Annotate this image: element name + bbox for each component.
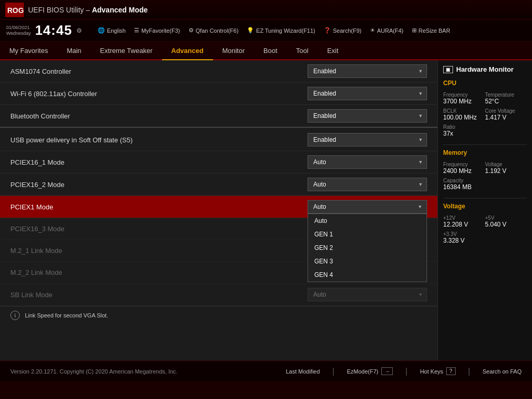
- dropdown-asm1074[interactable]: Enabled Disabled: [308, 64, 427, 78]
- hw-mem-freq-col: Frequency 2400 MHz: [443, 162, 485, 175]
- setting-row-asm1074[interactable]: ASM1074 Controller Enabled Disabled: [0, 60, 437, 83]
- setting-control-asm1074: Enabled Disabled: [308, 64, 427, 78]
- option-gen2[interactable]: GEN 2: [308, 241, 427, 255]
- dropdown-pciex162[interactable]: Auto GEN 1 GEN 2 GEN 3 GEN 4: [308, 178, 427, 191]
- hw-divider-2: [443, 198, 527, 198]
- hw-memory-title: Memory: [443, 149, 527, 157]
- dropdown-usb-power[interactable]: Enabled Disabled: [308, 133, 427, 147]
- clock-settings-icon[interactable]: ⚙: [76, 27, 82, 34]
- footer: Version 2.20.1271. Copyright (C) 2020 Am…: [0, 361, 532, 381]
- clock-time: 14:45: [35, 22, 72, 38]
- dropdown-sb-link[interactable]: Auto: [308, 288, 427, 301]
- setting-control-pciex1: Auto ▼ Auto GEN 1 GEN 2 GEN 3 GEN 4: [308, 200, 427, 214]
- nav-bar: My Favorites Main Extreme Tweaker Advanc…: [0, 42, 532, 60]
- hw-capacity-label: Capacity: [443, 178, 527, 183]
- hw-section-voltage: Voltage +12V 12.208 V +5V 5.040 V +3.3V …: [443, 203, 527, 244]
- nav-my-favorites[interactable]: My Favorites: [0, 42, 57, 60]
- hw-cpu-row-2: BCLK 100.00 MHz Core Voltage 1.417 V: [443, 108, 527, 121]
- hot-keys-btn[interactable]: Hot Keys ?: [420, 367, 455, 375]
- setting-row-sb-link[interactable]: SB Link Mode Auto: [0, 284, 437, 306]
- hw-mem-freq-value: 2400 MHz: [443, 167, 485, 175]
- clock-bar: 01/06/2021 Wednesday 14:45 ⚙ 🌐 English ☰…: [0, 20, 532, 42]
- setting-control-pciex162: Auto GEN 1 GEN 2 GEN 3 GEN 4: [308, 178, 427, 191]
- aura-item[interactable]: ☀ AURA(F4): [370, 27, 404, 34]
- search-icon: ❓: [324, 27, 331, 34]
- hw-section-memory: Memory Frequency 2400 MHz Voltage 1.192 …: [443, 149, 527, 191]
- hw-12v-value: 12.208 V: [443, 221, 485, 228]
- hw-33v-value: 3.328 V: [443, 237, 527, 244]
- hot-keys-icon: ?: [446, 367, 456, 375]
- option-gen3[interactable]: GEN 3: [308, 255, 427, 268]
- last-modified-btn[interactable]: Last Modified: [286, 368, 320, 375]
- ez-tuning-item[interactable]: 💡 EZ Tuning Wizard(F11): [247, 27, 315, 34]
- hw-cpu-row-3: Ratio 37x: [443, 124, 527, 137]
- fan-icon: ⚙: [189, 27, 194, 34]
- qfan-label: Qfan Control(F6): [196, 28, 239, 34]
- hardware-monitor-panel: ▣ Hardware Monitor CPU Frequency 3700 MH…: [437, 60, 532, 361]
- setting-row-pciex1[interactable]: PCIEX1 Mode Auto ▼ Auto GEN 1 GEN 2 GEN …: [0, 196, 437, 218]
- toolbar-items: 🌐 English ☰ MyFavorite(F3) ⚙ Qfan Contro…: [98, 27, 450, 34]
- setting-row-pciex162[interactable]: PCIEX16_2 Mode Auto GEN 1 GEN 2 GEN 3 GE…: [0, 174, 437, 196]
- ez-mode-label: EzMode(F7): [347, 368, 379, 375]
- main-area: ASM1074 Controller Enabled Disabled Wi-F…: [0, 60, 532, 361]
- hw-ratio-label: Ratio: [443, 124, 527, 130]
- dropdown-bluetooth[interactable]: Enabled Disabled: [308, 109, 427, 123]
- setting-label-pciex1: PCIEX1 Mode: [10, 203, 308, 211]
- dropdown-pciex1-options: Auto GEN 1 GEN 2 GEN 3 GEN 4: [308, 214, 427, 282]
- aura-icon: ☀: [370, 27, 375, 34]
- hot-keys-label: Hot Keys: [420, 368, 443, 375]
- setting-row-pciex161[interactable]: PCIEX16_1 Mode Auto GEN 1 GEN 2 GEN 3 GE…: [0, 151, 437, 174]
- search-item[interactable]: ❓ Search(F9): [324, 27, 362, 34]
- nav-advanced[interactable]: Advanced: [162, 42, 213, 60]
- hw-mem-row-1: Frequency 2400 MHz Voltage 1.192 V: [443, 162, 527, 175]
- dropdown-wifi6[interactable]: Enabled Disabled: [308, 87, 427, 100]
- resize-label: ReSize BAR: [419, 28, 450, 34]
- status-bar: i Link Speed for second VGA Slot.: [0, 306, 437, 324]
- hw-cpu-frequency-value: 3700 MHz: [443, 98, 485, 105]
- hw-mem-volt-value: 1.192 V: [485, 167, 527, 175]
- dropdown-pciex161[interactable]: Auto GEN 1 GEN 2 GEN 3 GEN 4: [308, 155, 427, 169]
- hw-33v-label: +3.3V: [443, 231, 527, 237]
- hw-bclk-value: 100.00 MHz: [443, 114, 485, 121]
- language-item[interactable]: 🌐 English: [98, 27, 126, 34]
- nav-main[interactable]: Main: [57, 42, 90, 60]
- dropdown-pciex1-selected[interactable]: Auto ▼: [308, 200, 427, 214]
- resize-bar-item[interactable]: ⊞ ReSize BAR: [412, 27, 450, 34]
- hw-mem-freq-label: Frequency: [443, 162, 485, 167]
- status-info-icon: i: [10, 311, 20, 320]
- hw-core-voltage-value: 1.417 V: [485, 114, 527, 121]
- nav-boot[interactable]: Boot: [254, 42, 287, 60]
- search-faq-label: Search on FAQ: [483, 368, 522, 375]
- setting-label-pciex161: PCIEX16_1 Mode: [10, 158, 308, 166]
- setting-label-wifi6: Wi-Fi 6 (802.11ax) Controller: [10, 90, 308, 98]
- setting-row-usb-power[interactable]: USB power delivery in Soft Off state (S5…: [0, 129, 437, 151]
- hw-monitor-title: ▣ Hardware Monitor: [443, 65, 527, 73]
- setting-label-usb-power: USB power delivery in Soft Off state (S5…: [10, 136, 308, 144]
- hw-volt-row-1: +12V 12.208 V +5V 5.040 V: [443, 215, 527, 228]
- content-area: ASM1074 Controller Enabled Disabled Wi-F…: [0, 60, 437, 361]
- ez-mode-icon: →: [381, 367, 393, 375]
- setting-row-bluetooth[interactable]: Bluetooth Controller Enabled Disabled: [0, 105, 437, 128]
- option-auto[interactable]: Auto: [308, 214, 427, 228]
- qfan-item[interactable]: ⚙ Qfan Control(F6): [189, 27, 239, 34]
- option-gen4[interactable]: GEN 4: [308, 268, 427, 282]
- dropdown-arrow-icon: ▼: [418, 204, 422, 209]
- hw-12v-col: +12V 12.208 V: [443, 215, 485, 228]
- hw-divider-1: [443, 144, 527, 145]
- myfavorite-item[interactable]: ☰ MyFavorite(F3): [134, 27, 180, 34]
- rog-logo-icon: ROG: [5, 3, 24, 17]
- setting-label-asm1074: ASM1074 Controller: [10, 68, 308, 75]
- search-faq-btn[interactable]: Search on FAQ: [483, 368, 522, 375]
- option-gen1[interactable]: GEN 1: [308, 228, 427, 241]
- nav-tool[interactable]: Tool: [287, 42, 318, 60]
- hw-cpu-temp-value: 52°C: [485, 98, 527, 105]
- setting-row-wifi6[interactable]: Wi-Fi 6 (802.11ax) Controller Enabled Di…: [0, 83, 437, 105]
- ez-mode-btn[interactable]: EzMode(F7) →: [347, 367, 393, 375]
- hw-volt-row-2: +3.3V 3.328 V: [443, 231, 527, 244]
- myfavorite-label: MyFavorite(F3): [141, 28, 180, 34]
- nav-exit[interactable]: Exit: [318, 42, 348, 60]
- hw-bclk-label: BCLK: [443, 108, 485, 114]
- nav-monitor[interactable]: Monitor: [213, 42, 254, 60]
- nav-extreme-tweaker[interactable]: Extreme Tweaker: [91, 42, 162, 60]
- hw-5v-value: 5.040 V: [485, 221, 527, 228]
